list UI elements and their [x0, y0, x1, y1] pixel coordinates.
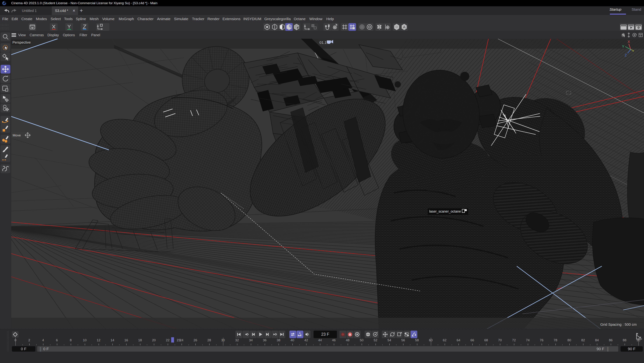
svg-text:A: A — [299, 332, 301, 334]
svg-text:X: X — [628, 40, 630, 44]
svg-text:Y: Y — [622, 44, 624, 48]
svg-text:laser_scaner_octane: laser_scaner_octane — [429, 209, 461, 213]
svg-text:Move: Move — [12, 133, 21, 137]
svg-text:A: A — [349, 333, 351, 336]
svg-text:A: A — [403, 25, 406, 29]
svg-text:Grid Spacing : 500 cm: Grid Spacing : 500 cm — [600, 322, 637, 326]
svg-text:Perspective: Perspective — [12, 41, 31, 44]
svg-text:Z: Z — [624, 53, 627, 57]
svg-text:01.1: 01.1 — [320, 41, 327, 45]
